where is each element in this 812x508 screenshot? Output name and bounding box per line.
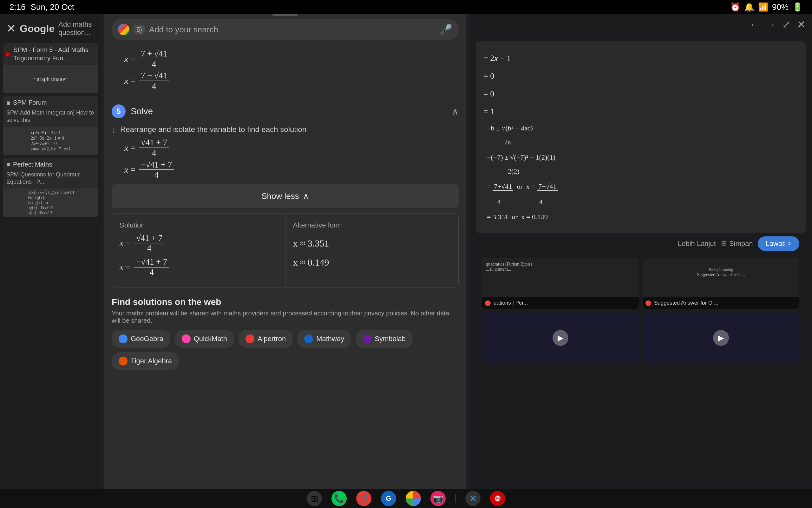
left-panel: ✕ Google Add maths question... ▶ SPM - F… [0,14,101,489]
quickmath-label: QuickMath [194,335,227,343]
chrome-button[interactable] [406,491,421,506]
tiger-algebra-icon [119,357,128,366]
step-title: Solve [131,106,153,117]
thumb-math-2: Emily Learning Suggested Answer for O ..… [643,258,799,281]
search-placeholder[interactable]: Add to your search [149,25,435,35]
geogebra-icon [119,334,128,343]
symbolab-icon [363,334,371,343]
sheet-handle[interactable] [272,14,298,16]
extra-button[interactable]: 🎯 [490,491,505,506]
right-panel: ← → ⤢ ✕ = 2x − 1 = 0 = 0 = 1 −b ± √(b² −… [469,14,812,489]
status-right: ⏰ 🔔 📶 90% 🔋 [730,2,803,12]
list-item[interactable]: ◼ SPM Forum SPM Add Math Integration] Ho… [3,96,98,155]
thumb-image: ~graph image~ [3,65,98,93]
alpertron-icon [245,334,255,343]
web-section-desc: Your maths problem will be shared with m… [111,310,459,324]
arrow-down-icon: ↓ [111,125,116,135]
thumbnail-item-3[interactable]: ▶ [482,312,639,363]
list-item[interactable]: ◼ Perfect Maths SPM Questions for Quadra… [3,158,98,217]
mathway-button[interactable]: Mathway [297,330,351,348]
right-header: ← → ⤢ ✕ [469,14,812,35]
perfect-maths-sub: SPM Questions for Quadratic Equations | … [6,171,95,186]
step-fraction-1: √41 + 7 4 [139,138,169,157]
thumbnail-item-4[interactable]: ▶ [643,312,799,363]
step-left: 5 Solve [111,104,153,118]
symbolab-button[interactable]: Symbolab [356,330,413,348]
google-header: ✕ Google Add maths question... [0,14,101,40]
thumb-math-4 [643,312,799,319]
thumb-source-1: 🔴 [485,300,491,306]
alarm-icon: ⏰ [730,2,740,12]
phone-button[interactable]: 📞 [331,491,347,506]
fraction-2: 7 − √41 4 [139,71,169,90]
math-preview-3: h(x)=7x−f; hg(x)=35x+13Find g(x). Let g(… [25,187,77,217]
step-header: 5 Solve ∧ [111,100,459,121]
nav-prev-button[interactable]: ← [749,19,759,31]
step-circle: 5 [111,104,126,118]
thumbnail-item-1[interactable]: quadratics (Furkan Eypis)...all content.… [482,258,639,309]
sound-icon: 🔔 [744,2,754,12]
thumbnail-list: ▶ SPM - Form 5 - Add Maths : Trigonometr… [0,40,101,220]
chevron-up-icon[interactable]: ∧ [452,106,459,117]
right-close-button[interactable]: ✕ [797,18,806,31]
apps-button[interactable]: ⊞ [307,491,322,506]
lebih-lanjut-label: Lebih Lanjut [678,240,716,248]
step-description: ↓ Rearrange and isolate the variable to … [111,124,459,135]
alpertron-button[interactable]: Alpertron [238,330,293,348]
thumb-math-1: quadratics (Furkan Eypis)...all content.… [482,258,639,276]
web-section-title: Find solutions on the web [111,297,459,307]
equation-row-2: x = 7 − √41 4 [124,71,459,90]
twitter-button[interactable]: ✕ [465,491,481,506]
main-sheet: 5) Add to your search 🎤 x = 7 + √41 4 x … [104,9,466,492]
math-line-8: 4 4 [483,195,798,209]
nav-divider [455,494,456,503]
alt-eq-2: x ≈ 0.149 [293,253,451,272]
right-action-bar: Lebih Lanjut ⊞ Simpan Lawati > [476,233,806,254]
alt-form-label: Alternative form [293,221,451,229]
google-nav-button[interactable]: G [381,491,396,506]
tiger-algebra-label: Tiger Algebra [131,357,172,365]
forum-icon: ◼ [6,100,10,105]
google-logo: Google [20,23,54,35]
math-line-7: = 7+√41 or x = 7−√41 [483,180,798,194]
solution-left: Solution x = √41 + 7 4 x = −√41 + 7 4 [112,214,285,287]
lens-badge: 5) [134,25,145,35]
math-line-6: −(−7) ± √(−7)² − 1(2)(1) 2(2) [483,151,798,178]
search-bar[interactable]: 5) Add to your search 🎤 [111,19,459,40]
close-button[interactable]: ✕ [6,22,16,35]
visit-button[interactable]: Lawati > [758,237,799,251]
thumb-math-3 [482,312,639,319]
bottom-nav: ⊞ 📞 🎵 G 📷 ✕ 🎯 [0,489,812,508]
music-button[interactable]: 🎵 [356,491,371,506]
math-line-1: = 2x − 1 [483,50,798,67]
search-hint: Add maths question... [58,20,95,37]
status-time: 2:16 [9,2,26,12]
sol-frac-1: √41 + 7 4 [134,234,164,253]
web-section: Find solutions on the web Your maths pro… [111,291,459,376]
right-content: = 2x − 1 = 0 = 0 = 1 −b ± √(b² − 4ac) 2a… [469,35,812,374]
math-board: = 2x − 1 = 0 = 0 = 1 −b ± √(b² − 4ac) 2a… [476,41,806,233]
expand-icon[interactable]: ⤢ [782,18,791,31]
math-line-4: = 1 [483,103,798,120]
thumb-title-2: SPM Forum [13,98,47,107]
sol-frac-2: −√41 + 7 4 [134,258,169,277]
visit-label: Lawati > [765,240,792,248]
save-icon: ⊞ [721,240,727,248]
nav-next-button[interactable]: → [766,19,776,31]
thumbnail-item-2[interactable]: Emily Learning Suggested Answer for O ..… [643,258,799,309]
show-less-button[interactable]: Show less ∧ [111,184,459,208]
save-label: Simpan [729,240,753,248]
save-button[interactable]: ⊞ Simpan [721,240,753,248]
camera-button[interactable]: 📷 [431,491,446,506]
tiger-algebra-button[interactable]: Tiger Algebra [111,352,179,370]
quickmath-button[interactable]: QuickMath [175,330,234,348]
microphone-icon[interactable]: 🎤 [440,24,452,36]
play-icon[interactable]: ▶ [552,330,569,346]
list-item[interactable]: ▶ SPM - Form 5 - Add Maths : Trigonometr… [3,43,98,93]
mathway-label: Mathway [316,335,344,343]
signal-icon: 📶 [758,2,768,12]
play-icon-2[interactable]: ▶ [713,330,729,346]
geogebra-button[interactable]: GeoGebra [111,330,170,348]
thumb-overlay-2: 🔴 Suggested Answer for O ... [643,297,799,309]
solution-right: Alternative form x ≈ 3.351 x ≈ 0.149 [285,214,459,287]
